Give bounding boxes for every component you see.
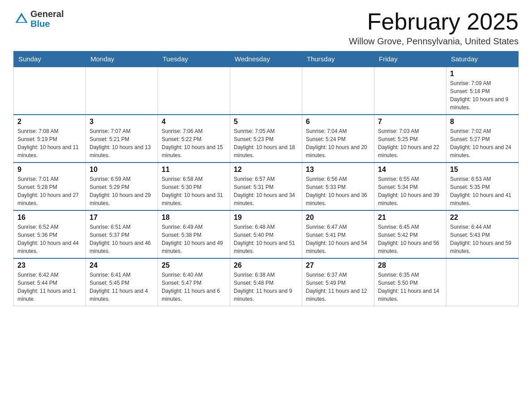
day-info: Sunrise: 6:59 AM Sunset: 5:29 PM Dayligh… (90, 175, 154, 207)
calendar-week-1: 1Sunrise: 7:09 AM Sunset: 5:18 PM Daylig… (14, 67, 519, 115)
day-number: 3 (90, 118, 154, 126)
calendar-body: 1Sunrise: 7:09 AM Sunset: 5:18 PM Daylig… (14, 67, 519, 306)
day-number: 21 (378, 214, 442, 222)
calendar-cell: 19Sunrise: 6:48 AM Sunset: 5:40 PM Dayli… (230, 210, 302, 258)
day-info: Sunrise: 6:56 AM Sunset: 5:33 PM Dayligh… (306, 175, 370, 207)
calendar-cell (374, 67, 446, 115)
calendar-table: SundayMondayTuesdayWednesdayThursdayFrid… (13, 51, 519, 306)
calendar-cell: 15Sunrise: 6:53 AM Sunset: 5:35 PM Dayli… (446, 163, 519, 210)
day-info: Sunrise: 7:05 AM Sunset: 5:23 PM Dayligh… (234, 127, 298, 159)
day-info: Sunrise: 6:47 AM Sunset: 5:41 PM Dayligh… (306, 223, 370, 255)
day-number: 18 (162, 214, 226, 222)
day-info: Sunrise: 6:48 AM Sunset: 5:40 PM Dayligh… (234, 223, 298, 255)
calendar-cell (230, 67, 302, 115)
logo-general: General (30, 9, 64, 19)
day-number: 22 (450, 214, 515, 222)
day-number: 12 (234, 166, 298, 174)
day-header-monday: Monday (86, 51, 158, 67)
day-number: 7 (378, 118, 442, 126)
calendar-cell: 21Sunrise: 6:45 AM Sunset: 5:42 PM Dayli… (374, 210, 446, 258)
day-number: 10 (90, 166, 154, 174)
day-header-saturday: Saturday (446, 51, 519, 67)
day-number: 1 (450, 70, 515, 78)
calendar-cell (446, 258, 519, 306)
day-header-friday: Friday (374, 51, 446, 67)
day-info: Sunrise: 6:35 AM Sunset: 5:50 PM Dayligh… (378, 271, 442, 303)
day-info: Sunrise: 6:44 AM Sunset: 5:43 PM Dayligh… (450, 223, 515, 255)
day-info: Sunrise: 6:58 AM Sunset: 5:30 PM Dayligh… (162, 175, 226, 207)
logo-name: General Blue (30, 9, 64, 29)
calendar-week-5: 23Sunrise: 6:42 AM Sunset: 5:44 PM Dayli… (14, 258, 519, 306)
day-number: 5 (234, 118, 298, 126)
day-info: Sunrise: 7:01 AM Sunset: 5:28 PM Dayligh… (17, 175, 82, 207)
day-number: 2 (17, 118, 82, 126)
calendar-cell: 7Sunrise: 7:03 AM Sunset: 5:25 PM Daylig… (374, 115, 446, 163)
day-number: 28 (378, 261, 442, 270)
calendar-cell: 18Sunrise: 6:49 AM Sunset: 5:38 PM Dayli… (158, 210, 230, 258)
calendar-cell: 13Sunrise: 6:56 AM Sunset: 5:33 PM Dayli… (302, 163, 374, 210)
logo: General Blue (13, 9, 64, 29)
day-number: 4 (162, 118, 226, 126)
day-header-wednesday: Wednesday (230, 51, 302, 67)
day-number: 20 (306, 214, 370, 222)
calendar-cell: 17Sunrise: 6:51 AM Sunset: 5:37 PM Dayli… (86, 210, 158, 258)
day-number: 16 (17, 214, 82, 222)
day-number: 26 (234, 261, 298, 270)
calendar-cell: 24Sunrise: 6:41 AM Sunset: 5:45 PM Dayli… (86, 258, 158, 306)
calendar-cell (14, 67, 86, 115)
day-header-thursday: Thursday (302, 51, 374, 67)
calendar-cell: 26Sunrise: 6:38 AM Sunset: 5:48 PM Dayli… (230, 258, 302, 306)
day-info: Sunrise: 6:51 AM Sunset: 5:37 PM Dayligh… (90, 223, 154, 255)
day-header-sunday: Sunday (14, 51, 86, 67)
calendar-cell: 8Sunrise: 7:02 AM Sunset: 5:27 PM Daylig… (446, 115, 519, 163)
calendar-cell: 4Sunrise: 7:06 AM Sunset: 5:22 PM Daylig… (158, 115, 230, 163)
day-number: 14 (378, 166, 442, 174)
calendar-week-3: 9Sunrise: 7:01 AM Sunset: 5:28 PM Daylig… (14, 163, 519, 210)
day-info: Sunrise: 6:40 AM Sunset: 5:47 PM Dayligh… (162, 271, 226, 303)
calendar-cell: 23Sunrise: 6:42 AM Sunset: 5:44 PM Dayli… (14, 258, 86, 306)
calendar-cell: 14Sunrise: 6:55 AM Sunset: 5:34 PM Dayli… (374, 163, 446, 210)
calendar-cell: 12Sunrise: 6:57 AM Sunset: 5:31 PM Dayli… (230, 163, 302, 210)
calendar-cell: 6Sunrise: 7:04 AM Sunset: 5:24 PM Daylig… (302, 115, 374, 163)
logo-blue: Blue (30, 19, 64, 29)
day-number: 24 (90, 261, 154, 270)
calendar-cell (302, 67, 374, 115)
location: Willow Grove, Pennsylvania, United State… (349, 36, 519, 47)
day-info: Sunrise: 6:42 AM Sunset: 5:44 PM Dayligh… (17, 271, 82, 303)
calendar-cell: 2Sunrise: 7:08 AM Sunset: 5:19 PM Daylig… (14, 115, 86, 163)
calendar-cell: 5Sunrise: 7:05 AM Sunset: 5:23 PM Daylig… (230, 115, 302, 163)
day-number: 27 (306, 261, 370, 270)
day-info: Sunrise: 6:53 AM Sunset: 5:35 PM Dayligh… (450, 175, 515, 207)
calendar-cell: 28Sunrise: 6:35 AM Sunset: 5:50 PM Dayli… (374, 258, 446, 306)
calendar-cell: 1Sunrise: 7:09 AM Sunset: 5:18 PM Daylig… (446, 67, 519, 115)
calendar-cell: 9Sunrise: 7:01 AM Sunset: 5:28 PM Daylig… (14, 163, 86, 210)
calendar-cell: 10Sunrise: 6:59 AM Sunset: 5:29 PM Dayli… (86, 163, 158, 210)
day-number: 17 (90, 214, 154, 222)
day-info: Sunrise: 6:38 AM Sunset: 5:48 PM Dayligh… (234, 271, 298, 303)
calendar-week-2: 2Sunrise: 7:08 AM Sunset: 5:19 PM Daylig… (14, 115, 519, 163)
day-info: Sunrise: 7:04 AM Sunset: 5:24 PM Dayligh… (306, 127, 370, 159)
calendar-cell (158, 67, 230, 115)
calendar-cell: 25Sunrise: 6:40 AM Sunset: 5:47 PM Dayli… (158, 258, 230, 306)
day-number: 25 (162, 261, 226, 270)
day-header-tuesday: Tuesday (158, 51, 230, 67)
day-number: 8 (450, 118, 515, 126)
days-of-week-row: SundayMondayTuesdayWednesdayThursdayFrid… (14, 51, 519, 67)
day-number: 23 (17, 261, 82, 270)
calendar-week-4: 16Sunrise: 6:52 AM Sunset: 5:36 PM Dayli… (14, 210, 519, 258)
calendar-cell: 11Sunrise: 6:58 AM Sunset: 5:30 PM Dayli… (158, 163, 230, 210)
day-number: 15 (450, 166, 515, 174)
day-number: 11 (162, 166, 226, 174)
day-info: Sunrise: 7:03 AM Sunset: 5:25 PM Dayligh… (378, 127, 442, 159)
day-number: 13 (306, 166, 370, 174)
calendar-cell: 16Sunrise: 6:52 AM Sunset: 5:36 PM Dayli… (14, 210, 86, 258)
logo-icon (13, 11, 30, 27)
calendar-cell: 27Sunrise: 6:37 AM Sunset: 5:49 PM Dayli… (302, 258, 374, 306)
calendar-cell (86, 67, 158, 115)
day-number: 6 (306, 118, 370, 126)
month-title: February 2025 (349, 9, 519, 34)
page-header: General Blue February 2025 Willow Grove,… (13, 9, 519, 47)
calendar-cell: 3Sunrise: 7:07 AM Sunset: 5:21 PM Daylig… (86, 115, 158, 163)
day-info: Sunrise: 6:49 AM Sunset: 5:38 PM Dayligh… (162, 223, 226, 255)
day-info: Sunrise: 7:07 AM Sunset: 5:21 PM Dayligh… (90, 127, 154, 159)
